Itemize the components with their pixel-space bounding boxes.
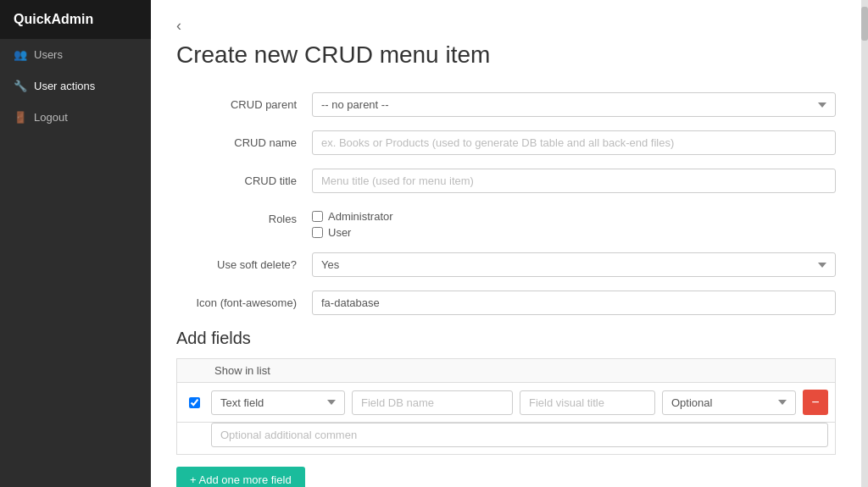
crud-name-label: CRUD name [176, 130, 312, 149]
add-field-button[interactable]: + Add one more field [176, 467, 305, 487]
sidebar-item-label-users: Users [34, 48, 63, 61]
field-remove-button[interactable]: − [803, 390, 828, 415]
field-visual-title-input[interactable] [520, 390, 655, 415]
add-fields-title: Add fields [176, 329, 836, 348]
users-icon: 👥 [14, 48, 27, 61]
sidebar: QuickAdmin 👥 Users 🔧 User actions 🚪 Logo… [0, 0, 151, 487]
role-user-label: User [328, 226, 351, 239]
role-administrator[interactable]: Administrator [312, 210, 393, 223]
crud-parent-select[interactable]: -- no parent -- [312, 92, 836, 117]
scrollbar-thumb[interactable] [861, 7, 868, 41]
field-optional-select[interactable]: Optional Required [662, 390, 796, 415]
crud-title-input[interactable] [312, 169, 836, 193]
field-second-row [176, 423, 836, 455]
soft-delete-group: Use soft delete? Yes No [176, 252, 836, 277]
field-row: Text field Number Date Select Textarea C… [176, 382, 836, 423]
crud-parent-label: CRUD parent [176, 92, 312, 111]
sidebar-item-label-logout: Logout [34, 111, 68, 124]
role-user-checkbox[interactable] [312, 227, 323, 238]
sidebar-item-users[interactable]: 👥 Users [0, 39, 151, 70]
roles-group: Roles Administrator User [176, 207, 836, 239]
fields-table-header: Show in list [176, 358, 836, 382]
user-actions-icon: 🔧 [14, 80, 27, 92]
back-button[interactable]: ‹ [176, 17, 181, 35]
scrollbar[interactable] [861, 0, 868, 487]
crud-title-label: CRUD title [176, 169, 312, 187]
app-brand: QuickAdmin [0, 0, 151, 39]
logout-icon: 🚪 [14, 111, 27, 124]
sidebar-item-user-actions[interactable]: 🔧 User actions [0, 70, 151, 102]
roles-checkbox-group: Administrator User [312, 207, 393, 239]
icon-label: Icon (font-awesome) [176, 291, 312, 309]
role-administrator-checkbox[interactable] [312, 211, 323, 222]
field-db-name-input[interactable] [352, 390, 513, 415]
main-content: ‹ Create new CRUD menu item CRUD parent … [151, 0, 861, 487]
crud-title-group: CRUD title [176, 169, 836, 193]
icon-input[interactable] [312, 291, 836, 315]
field-show-in-list-checkbox-wrapper [184, 397, 204, 408]
sidebar-item-label-user-actions: User actions [34, 80, 95, 92]
role-user[interactable]: User [312, 226, 393, 239]
page-title: Create new CRUD menu item [176, 42, 836, 69]
soft-delete-select[interactable]: Yes No [312, 252, 836, 277]
role-administrator-label: Administrator [328, 210, 393, 223]
field-additional-comment-input[interactable] [211, 423, 828, 447]
soft-delete-label: Use soft delete? [176, 252, 312, 271]
roles-label: Roles [176, 207, 312, 225]
crud-name-group: CRUD name [176, 130, 836, 155]
show-in-list-label: Show in list [211, 364, 270, 377]
field-type-select[interactable]: Text field Number Date Select Textarea C… [211, 390, 345, 415]
field-show-in-list-checkbox[interactable] [189, 397, 200, 408]
sidebar-item-logout[interactable]: 🚪 Logout [0, 102, 151, 133]
crud-name-input[interactable] [312, 130, 836, 155]
crud-parent-group: CRUD parent -- no parent -- [176, 92, 836, 117]
icon-group: Icon (font-awesome) [176, 291, 836, 315]
